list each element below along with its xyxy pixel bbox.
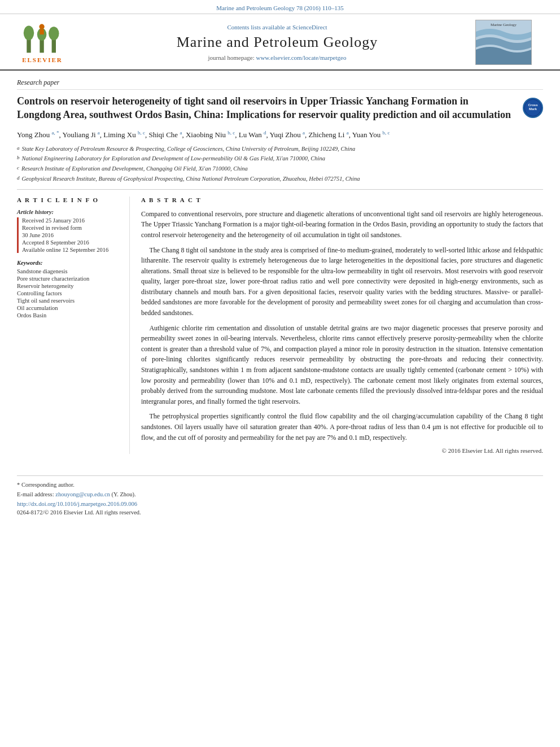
- available-online-date: Available online 12 September 2016: [22, 247, 121, 253]
- abstract-para-2: The Chang 8 tight oil sandstone in the s…: [141, 245, 543, 318]
- email-link[interactable]: zhouyong@cup.edu.cn: [55, 491, 110, 497]
- affil-text-c: Research Institute of Exploration and De…: [21, 164, 248, 173]
- abstract-para-4: The petrophysical properties significant…: [141, 411, 543, 443]
- author-sup-bc3: b, c: [383, 130, 390, 136]
- keyword-4: Controlling factors: [17, 290, 121, 296]
- cover-image-svg: Marine Geology: [476, 20, 531, 64]
- svg-text:Marine Geology: Marine Geology: [491, 23, 517, 27]
- author-sup-d: d: [264, 130, 266, 136]
- affiliations-section: a State Key Laboratory of Petroleum Reso…: [17, 145, 543, 184]
- keyword-6: Oil accumulation: [17, 305, 121, 311]
- paper-type-label: Research paper: [17, 78, 543, 90]
- two-column-layout: A R T I C L E I N F O Article history: R…: [17, 189, 543, 454]
- accepted-date: Accepted 8 September 2016: [22, 239, 121, 246]
- affil-d: d Geophysical Research Institute, Bureau…: [17, 174, 543, 184]
- science-direct-line: Contents lists available at ScienceDirec…: [79, 24, 475, 30]
- affil-a: a State Key Laboratory of Petroleum Reso…: [17, 145, 543, 154]
- journal-homepage-line: journal homepage: www.elsevier.com/locat…: [79, 54, 475, 61]
- journal-header: ELSEVIER Contents lists available at Sci…: [0, 14, 560, 71]
- email-suffix: (Y. Zhou).: [111, 491, 135, 497]
- svg-point-5: [49, 27, 59, 40]
- homepage-label: journal homepage:: [208, 54, 255, 61]
- email-note: E-mail address: zhouyong@cup.edu.cn (Y. …: [17, 491, 543, 497]
- title-area: Controls on reservoir heterogeneity of t…: [17, 94, 543, 122]
- elsevier-text: ELSEVIER: [22, 56, 63, 63]
- keyword-3: Reservoir heterogeneity: [17, 283, 121, 289]
- received-date: Received 25 January 2016: [22, 217, 121, 224]
- header-center: Contents lists available at ScienceDirec…: [79, 24, 475, 61]
- affil-c: c Research Institute of Exploration and …: [17, 164, 543, 173]
- affil-text-d: Geophysical Research Institute, Bureau o…: [22, 174, 360, 184]
- journal-cover-area: Marine Geology: [475, 20, 543, 65]
- doi-link-line: http://dx.doi.org/10.1016/j.marpetgeo.20…: [17, 501, 543, 507]
- author-sup-a2: a: [98, 130, 100, 136]
- affil-text-a: State Key Laboratory of Petroleum Resour…: [22, 145, 356, 154]
- abstract-para-3: Authigenic chlorite rim cementation and …: [141, 323, 543, 407]
- keywords-section: Keywords: Sandstone diagenesis Pore stru…: [17, 260, 121, 318]
- keywords-label: Keywords:: [17, 260, 121, 266]
- keyword-1: Sandstone diagenesis: [17, 268, 121, 274]
- article-info-column: A R T I C L E I N F O Article history: R…: [17, 196, 130, 454]
- keyword-7: Ordos Basin: [17, 312, 121, 318]
- journal-top-bar: Marine and Petroleum Geology 78 (2016) 1…: [0, 0, 560, 14]
- copyright-line: © 2016 Elsevier Ltd. All rights reserved…: [141, 447, 543, 454]
- page: Marine and Petroleum Geology 78 (2016) 1…: [0, 0, 560, 747]
- crossmark-badge: Cross Mark: [523, 98, 543, 118]
- svg-text:Cross: Cross: [528, 103, 538, 107]
- journal-title: Marine and Petroleum Geology: [79, 34, 475, 51]
- keyword-2: Pore structure characterization: [17, 276, 121, 282]
- abstract-heading: A B S T R A C T: [141, 196, 543, 203]
- corresponding-note: * Corresponding author.: [17, 482, 543, 488]
- journal-cover-image: Marine Geology: [475, 20, 532, 65]
- article-history: Article history: Received 25 January 201…: [17, 209, 121, 253]
- affil-sup-d: d: [17, 174, 20, 184]
- abstract-column: A B S T R A C T Compared to conventional…: [141, 196, 543, 454]
- article-title: Controls on reservoir heterogeneity of t…: [17, 94, 515, 122]
- svg-point-6: [39, 24, 44, 29]
- author-sup-bc2: b, c: [228, 130, 235, 136]
- author-sup-a1: a, *: [52, 130, 59, 136]
- article-info-heading: A R T I C L E I N F O: [17, 196, 121, 203]
- received-revised-date: 30 June 2016: [22, 232, 121, 238]
- main-content: Research paper Controls on reservoir het…: [0, 71, 560, 465]
- history-box: Received 25 January 2016 Received in rev…: [17, 217, 121, 253]
- crossmark-icon: Cross Mark: [523, 98, 543, 118]
- science-direct-link[interactable]: ScienceDirect: [292, 24, 327, 30]
- affil-text-b: National Engineering Laboratory for Expl…: [22, 154, 325, 163]
- author-sup-bc1: b, c: [138, 130, 145, 136]
- contents-available-text: Contents lists available at: [227, 24, 291, 30]
- svg-rect-4: [52, 38, 56, 53]
- page-footer: * Corresponding author. E-mail address: …: [17, 475, 543, 516]
- author-sup-a5: a: [347, 130, 349, 136]
- author-sup-a3: a: [180, 130, 182, 136]
- affil-sup-c: c: [17, 164, 19, 173]
- svg-rect-7: [40, 29, 43, 34]
- issn-line: 0264-8172/© 2016 Elsevier Ltd. All right…: [17, 509, 543, 516]
- homepage-url[interactable]: www.elsevier.com/locate/marpetgeo: [256, 54, 346, 61]
- authors-line: Yong Zhou a, *, Youliang Ji a, Liming Xu…: [17, 129, 543, 141]
- email-label: E-mail address:: [17, 491, 54, 497]
- abstract-para-1: Compared to conventional reservoirs, por…: [141, 209, 543, 241]
- keyword-5: Tight oil sand reservoirs: [17, 298, 121, 304]
- top-citation: Marine and Petroleum Geology 78 (2016) 1…: [216, 5, 344, 11]
- doi-url[interactable]: http://dx.doi.org/10.1016/j.marpetgeo.20…: [17, 501, 137, 507]
- svg-point-1: [24, 25, 34, 40]
- received-revised-label: Received in revised form: [22, 225, 121, 231]
- svg-text:Mark: Mark: [529, 107, 537, 111]
- elsevier-logo: ELSEVIER: [11, 21, 73, 63]
- affil-sup-a: a: [17, 145, 20, 154]
- affil-b: b National Engineering Laboratory for Ex…: [17, 154, 543, 163]
- history-label: Article history:: [17, 209, 121, 215]
- author-sup-a4: a: [303, 130, 305, 136]
- svg-rect-2: [40, 40, 43, 53]
- elsevier-logo-area: ELSEVIER: [11, 21, 79, 63]
- crossmark-svg: Cross Mark: [524, 99, 542, 117]
- affil-sup-b: b: [17, 154, 20, 163]
- elsevier-tree-icon: [20, 21, 65, 55]
- abstract-text: Compared to conventional reservoirs, por…: [141, 209, 543, 443]
